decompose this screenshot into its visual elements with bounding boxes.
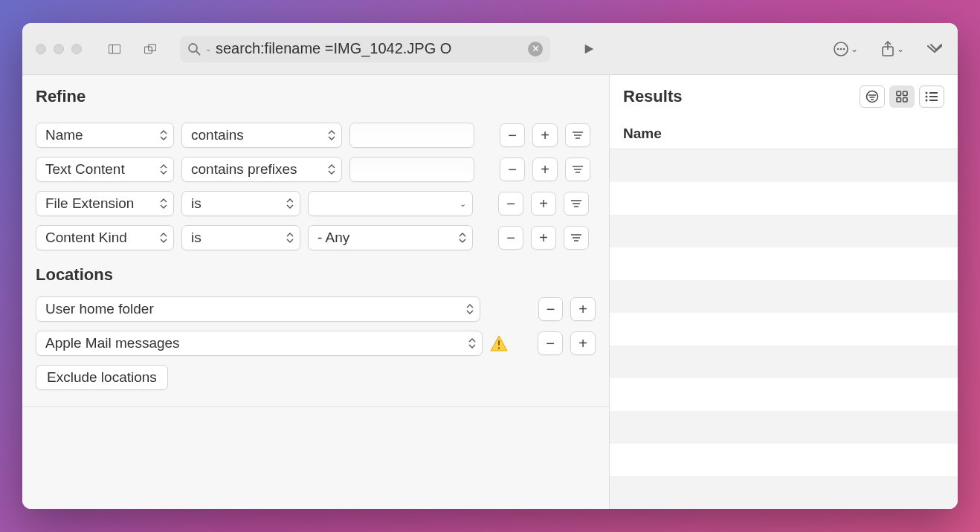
operator-select[interactable]: is	[181, 225, 300, 250]
value-select[interactable]: - Any	[308, 225, 473, 250]
search-input[interactable]	[216, 36, 523, 62]
row-options-button[interactable]	[565, 123, 590, 147]
location-label: Apple Mail messages	[45, 335, 180, 351]
svg-rect-0	[109, 45, 120, 53]
search-clear-button[interactable]: ✕	[528, 42, 543, 56]
add-row-button[interactable]: +	[531, 226, 556, 250]
updown-caret-icon	[459, 233, 466, 243]
add-location-button[interactable]: +	[570, 331, 596, 355]
chevron-down-icon: ⌄	[460, 199, 466, 209]
view-toggle	[860, 85, 944, 108]
svg-rect-35	[903, 98, 908, 103]
toolbar-right: ⌄ ⌄	[833, 41, 944, 57]
value-input[interactable]	[349, 123, 474, 148]
updown-caret-icon	[286, 198, 294, 209]
column-name-header: Name	[623, 126, 662, 142]
refine-row: Name contains − +	[22, 118, 609, 152]
results-title: Results	[623, 87, 682, 106]
svg-point-36	[926, 92, 928, 94]
updown-caret-icon	[160, 130, 167, 140]
attribute-select[interactable]: Name	[36, 123, 174, 148]
row-options-button[interactable]	[565, 158, 590, 181]
remove-row-button[interactable]: −	[500, 123, 525, 147]
attribute-select[interactable]: File Extension	[36, 191, 174, 216]
updown-caret-icon	[328, 164, 335, 175]
exclude-locations-button[interactable]: Exclude locations	[36, 365, 168, 390]
toolbar-left-icons	[104, 39, 161, 59]
refine-row: Content Kind is - Any	[22, 221, 609, 255]
location-row: Apple Mail messages − +	[22, 326, 609, 360]
remove-location-button[interactable]: −	[538, 297, 564, 321]
close-window-button[interactable]	[36, 44, 46, 54]
result-row-empty	[610, 182, 958, 215]
attribute-label: Text Content	[45, 161, 125, 178]
refine-row: File Extension is ⌄ − +	[22, 186, 609, 221]
share-button[interactable]: ⌄	[880, 41, 904, 57]
svg-point-4	[189, 44, 197, 52]
value-input[interactable]	[349, 157, 474, 182]
row-options-button[interactable]	[564, 226, 589, 250]
minimize-window-button[interactable]	[54, 44, 64, 54]
svg-point-10	[843, 48, 845, 50]
row-options-button[interactable]	[564, 192, 589, 215]
search-dropdown-caret[interactable]: ⌄	[205, 45, 211, 53]
result-row-empty	[610, 346, 958, 378]
add-row-button[interactable]: +	[532, 123, 558, 147]
value-label: - Any	[317, 230, 349, 246]
result-row-empty	[610, 149, 958, 182]
zoom-window-button[interactable]	[71, 44, 82, 54]
result-row-empty	[610, 215, 958, 247]
attribute-select[interactable]: Content Kind	[36, 225, 174, 250]
add-row-button[interactable]: +	[532, 158, 558, 181]
svg-point-28	[867, 91, 878, 103]
add-location-button[interactable]: +	[570, 297, 596, 321]
result-row-empty	[610, 411, 958, 444]
duplicate-window-icon[interactable]	[140, 39, 161, 59]
svg-line-5	[196, 51, 200, 55]
result-row-empty	[610, 378, 958, 411]
remove-row-button[interactable]: −	[498, 192, 523, 215]
search-field[interactable]: ⌄ ✕	[180, 36, 550, 62]
add-row-button[interactable]: +	[531, 192, 556, 215]
attribute-select[interactable]: Text Content	[36, 157, 174, 182]
result-row-empty	[610, 280, 958, 313]
refine-title: Refine	[22, 75, 609, 118]
remove-row-button[interactable]: −	[500, 158, 525, 181]
grid-view-button[interactable]	[889, 85, 915, 108]
search-icon	[187, 42, 201, 56]
app-window: ⌄ ✕ ⌄ ⌄ Refine	[22, 23, 958, 509]
result-row-empty	[610, 247, 958, 280]
exclude-row: Exclude locations	[22, 360, 609, 395]
svg-point-8	[837, 48, 839, 50]
chevron-down-icon: ⌄	[851, 44, 858, 54]
sidebar-toggle-icon[interactable]	[104, 39, 125, 59]
more-actions-button[interactable]: ⌄	[833, 41, 858, 57]
operator-label: contains	[191, 127, 244, 143]
results-column-header[interactable]: Name	[610, 118, 958, 149]
svg-marker-6	[585, 44, 594, 53]
svg-rect-34	[897, 98, 901, 103]
warning-icon	[490, 335, 508, 351]
overflow-button[interactable]	[926, 43, 944, 55]
svg-point-40	[926, 100, 928, 102]
locations-title: Locations	[22, 255, 609, 292]
svg-point-27	[498, 347, 500, 349]
operator-label: is	[191, 230, 202, 246]
location-select[interactable]: User home folder	[36, 296, 480, 322]
run-search-button[interactable]	[578, 39, 599, 59]
operator-select[interactable]: contains	[181, 123, 342, 148]
results-rows	[610, 149, 958, 509]
operator-select[interactable]: is	[181, 191, 300, 216]
operator-select[interactable]: contains prefixes	[181, 157, 342, 182]
location-select[interactable]: Apple Mail messages	[36, 331, 483, 356]
list-view-button[interactable]	[919, 85, 944, 108]
remove-location-button[interactable]: −	[538, 331, 563, 355]
svg-rect-26	[498, 340, 500, 346]
exclude-label: Exclude locations	[47, 369, 157, 386]
value-combo[interactable]: ⌄	[308, 191, 473, 216]
svg-point-9	[840, 48, 842, 50]
remove-row-button[interactable]: −	[498, 226, 523, 250]
svg-rect-33	[903, 91, 908, 96]
results-pane: Results Name	[610, 75, 958, 509]
filter-view-button[interactable]	[860, 85, 885, 108]
